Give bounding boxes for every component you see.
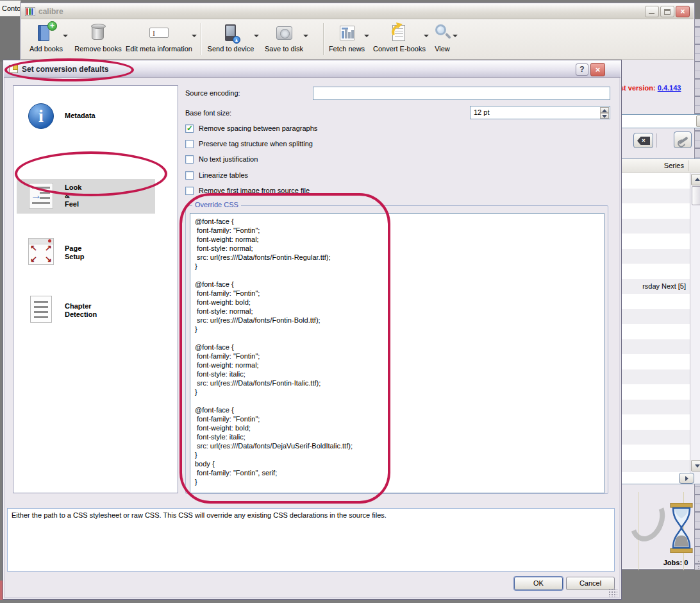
dialog-resize-grip[interactable]: [608, 588, 617, 597]
vertical-scrollbar[interactable]: [690, 173, 700, 484]
toolbar-separator: [323, 23, 324, 55]
send-to-device-dropdown-icon[interactable]: [254, 35, 259, 37]
checkbox-label: No text justification: [199, 155, 258, 163]
resize-grip[interactable]: [697, 560, 700, 569]
send-to-device-button[interactable]: Send to device: [205, 22, 256, 53]
dialog-title: Set conversion defaults: [22, 65, 108, 74]
look-and-feel-icon: →: [29, 183, 53, 208]
convert-ebooks-dropdown-icon[interactable]: [424, 35, 429, 37]
sidebar-item-page-setup[interactable]: ↖↗↙↘ Page Setup: [17, 236, 155, 269]
source-encoding-input[interactable]: [313, 87, 610, 100]
fetch-news-icon: [337, 22, 357, 43]
edit-meta-dropdown-icon[interactable]: [192, 35, 197, 37]
version-label: st version:: [620, 84, 656, 92]
maximize-icon: [664, 9, 671, 15]
checkbox-label: Remove first image from source file: [199, 187, 310, 194]
dialog-icon: [9, 65, 18, 73]
jobs-status: Jobs: 0: [656, 559, 695, 566]
conversion-defaults-dialog: Set conversion defaults ? × i Metadata →…: [3, 60, 622, 600]
maximize-button[interactable]: [660, 6, 674, 17]
close-icon: ×: [676, 7, 689, 16]
arrow-down-icon: [695, 464, 700, 468]
separator: [656, 133, 657, 148]
dialog-help-button[interactable]: ?: [576, 64, 588, 76]
add-books-button[interactable]: + Add books: [26, 22, 67, 53]
minimize-icon: [649, 13, 654, 14]
calibre-logo-icon: [25, 7, 35, 16]
calibre-toolbar: + Add books Remove books Edit meta infor…: [21, 19, 694, 60]
arrow-right-icon: [685, 476, 688, 481]
spin-down-button[interactable]: [600, 113, 609, 119]
view-dropdown-icon[interactable]: [453, 35, 458, 37]
chapter-detection-icon: [30, 296, 52, 323]
arrow-up-icon: [602, 109, 607, 112]
scroll-right-button[interactable]: [679, 473, 694, 484]
checkbox-label: Linearize tables: [199, 171, 248, 179]
send-to-device-icon: [221, 22, 241, 43]
checkbox-remove-spacing[interactable]: [185, 124, 194, 133]
toolbar-separator: [201, 23, 201, 55]
checkbox-no-text-justification[interactable]: [185, 155, 194, 164]
hourglass-icon: [669, 503, 694, 554]
configuration-button[interactable]: [674, 132, 692, 148]
scroll-up-button[interactable]: [691, 174, 700, 185]
edit-meta-icon: [149, 22, 169, 43]
remove-books-icon: [88, 22, 108, 43]
arrow-down-icon: [602, 115, 607, 118]
scroll-down-button[interactable]: [691, 460, 700, 471]
series-column-header[interactable]: Series: [664, 162, 684, 169]
remove-books-button[interactable]: Remove books: [72, 22, 124, 53]
view-button[interactable]: View: [429, 22, 455, 53]
sidebar-item-look-and-feel[interactable]: → Look & Feel: [17, 179, 155, 214]
add-books-dropdown-icon[interactable]: [63, 35, 68, 37]
override-css-textarea[interactable]: @font-face { font-family: "Fontin"; font…: [190, 213, 604, 493]
override-css-legend: Override CSS: [192, 201, 241, 208]
save-to-disk-dropdown-icon[interactable]: [303, 35, 308, 37]
checkbox-linearize-tables[interactable]: [185, 171, 194, 180]
save-to-disk-button[interactable]: Save to disk: [263, 22, 305, 53]
clear-search-button[interactable]: ×: [633, 133, 653, 148]
view-icon: [432, 22, 453, 43]
base-font-size-stepper[interactable]: 12 pt: [470, 106, 610, 119]
background-tab[interactable]: Contou: [0, 0, 21, 17]
help-text-box: Either the path to a CSS stylesheet or r…: [7, 508, 615, 572]
base-font-size-value: 12 pt: [474, 108, 489, 116]
dialog-close-button[interactable]: ×: [590, 63, 605, 76]
spin-up-button[interactable]: [600, 107, 609, 113]
desktop-strip: [0, 17, 20, 62]
combobox-arrow-button[interactable]: [696, 115, 700, 127]
ok-button[interactable]: OK: [514, 577, 563, 590]
column-divider: [688, 160, 688, 171]
add-books-icon: +: [36, 22, 56, 43]
screen: Contou calibre × + Add books Remove bo: [0, 0, 700, 603]
update-notice: st version: 0.4.143: [620, 84, 681, 92]
sidebar-item-metadata[interactable]: i Metadata: [17, 100, 155, 132]
partially-hidden-icon: [624, 493, 671, 547]
metadata-info-icon: i: [28, 103, 54, 129]
checkbox-label: Remove spacing between paragraphs: [199, 124, 317, 132]
calibre-titlebar[interactable]: calibre ×: [21, 4, 694, 19]
close-button[interactable]: ×: [676, 6, 690, 17]
checkbox-label: Preserve tag structure when splitting: [199, 140, 313, 148]
minimize-button[interactable]: [645, 6, 659, 17]
page-setup-icon: ↖↗↙↘: [28, 238, 54, 265]
wrench-icon: [678, 137, 688, 144]
fetch-news-button[interactable]: Fetch news: [328, 22, 365, 53]
save-to-disk-icon: [274, 22, 294, 43]
base-font-size-label: Base font size:: [185, 109, 231, 117]
version-link[interactable]: 0.4.143: [658, 84, 681, 92]
checkbox-remove-first-image[interactable]: [185, 187, 194, 195]
fetch-news-dropdown-icon[interactable]: [364, 35, 369, 37]
arrow-up-icon: [695, 178, 700, 181]
source-encoding-label: Source encoding:: [185, 89, 240, 97]
cancel-button[interactable]: Cancel: [566, 577, 615, 590]
scrollbar-thumb[interactable]: [692, 186, 700, 205]
convert-ebooks-button[interactable]: Convert E-books: [373, 22, 424, 53]
clear-search-icon: ×: [637, 137, 650, 145]
sidebar-item-chapter-detection[interactable]: Chapter Detection: [17, 293, 155, 327]
window-title: calibre: [38, 7, 63, 16]
convert-ebooks-icon: [388, 22, 409, 43]
checkbox-preserve-tag-structure[interactable]: [185, 140, 194, 148]
dialog-titlebar[interactable]: Set conversion defaults ? ×: [4, 61, 621, 78]
edit-meta-button[interactable]: Edit meta information: [124, 22, 194, 53]
